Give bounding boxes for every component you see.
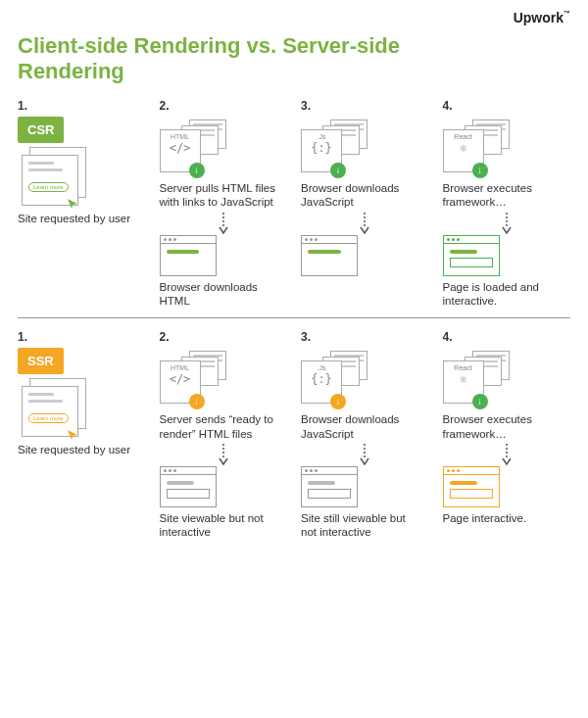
csr-step-3: 3. .Js {:} ↓ Browser downloads JavaScrip… <box>301 99 429 309</box>
code-glyph-icon: {:} <box>311 372 332 386</box>
csr-section: 1. CSR Learn more Site requested by user… <box>18 99 570 309</box>
cursor-icon <box>67 198 78 210</box>
step-number: 3. <box>301 330 311 344</box>
result-caption: Browser downloads HTML <box>160 280 277 309</box>
react-file-stack-icon: React ⚛ ↓ <box>443 120 510 174</box>
file-type-label: .Js <box>318 364 326 371</box>
learn-more-pill: Learn more <box>28 413 69 423</box>
step-caption: Server pulls HTML files with links to Ja… <box>160 181 277 210</box>
file-type-label: HTML <box>171 133 189 140</box>
result-caption: Page is loaded and interactive. <box>443 280 561 309</box>
ssr-step-2: 2. HTML </> ↓ Server sends “ready to ren… <box>160 330 288 540</box>
react-atom-icon: ⚛ <box>460 372 466 386</box>
document-request-icon: Learn more <box>18 147 94 208</box>
result-caption: Page interactive. <box>443 511 527 525</box>
document-request-icon: Learn more <box>18 378 94 439</box>
step-caption: Browser executes framework… <box>443 412 561 441</box>
step-caption: Browser executes framework… <box>443 181 561 210</box>
download-arrow-icon: ↓ <box>330 394 346 409</box>
file-type-label: HTML <box>171 364 189 371</box>
cursor-icon <box>67 429 78 441</box>
brand-logo: Upwork™ <box>514 10 570 25</box>
html-file-stack-icon: HTML </> ↓ <box>160 120 226 174</box>
browser-interactive-icon <box>443 466 500 507</box>
flow-arrow-icon <box>360 444 369 465</box>
flow-arrow-icon <box>502 444 512 465</box>
step-number: 2. <box>160 99 170 113</box>
browser-viewable-icon <box>301 466 358 507</box>
step-caption: Browser downloads JavaScript <box>301 181 418 210</box>
code-glyph-icon: {:} <box>311 141 332 155</box>
result-caption: Site viewable but not interactive <box>160 511 277 540</box>
step-caption: Site requested by user <box>18 212 130 225</box>
csr-badge: CSR <box>18 117 64 143</box>
download-arrow-icon: ↓ <box>189 163 205 178</box>
step-number: 4. <box>443 330 453 344</box>
code-glyph-icon: </> <box>170 141 191 155</box>
file-type-label: React <box>454 133 471 140</box>
ssr-step-1: 1. SSR Learn more Site requested by user <box>18 330 146 540</box>
flow-arrow-icon <box>219 444 228 465</box>
download-arrow-icon: ↓ <box>472 394 488 409</box>
ssr-step-3: 3. .Js {:} ↓ Browser downloads JavaScrip… <box>301 330 429 540</box>
ssr-section: 1. SSR Learn more Site requested by user… <box>18 330 570 540</box>
download-arrow-icon: ↓ <box>330 163 346 178</box>
download-arrow-icon: ↓ <box>189 394 205 409</box>
step-number: 3. <box>301 99 311 113</box>
download-arrow-icon: ↓ <box>472 163 488 178</box>
step-number: 1. <box>18 99 27 113</box>
ssr-badge: SSR <box>18 348 64 374</box>
result-caption: Site still viewable but not interactive <box>301 511 418 540</box>
react-file-stack-icon: React ⚛ ↓ <box>443 351 510 406</box>
page-title: Client-side Rendering vs. Server-side Re… <box>18 33 410 85</box>
flow-arrow-icon <box>219 213 228 234</box>
csr-step-4: 4. React ⚛ ↓ Browser executes framework… <box>443 99 571 309</box>
csr-step-1: 1. CSR Learn more Site requested by user <box>18 99 146 309</box>
step-caption: Site requested by user <box>18 443 130 456</box>
file-type-label: React <box>454 364 471 371</box>
browser-loading-icon <box>301 235 358 276</box>
step-number: 1. <box>18 330 27 344</box>
learn-more-pill: Learn more <box>28 182 69 192</box>
js-file-stack-icon: .Js {:} ↓ <box>301 120 368 174</box>
step-caption: Server sends “ready to render” HTML file… <box>160 412 277 441</box>
react-atom-icon: ⚛ <box>460 141 466 155</box>
browser-viewable-icon <box>160 466 217 507</box>
html-file-stack-icon: HTML </> ↓ <box>160 351 226 406</box>
csr-step-2: 2. HTML </> ↓ Server pulls HTML files wi… <box>160 99 288 309</box>
browser-loaded-icon <box>443 235 500 276</box>
flow-arrow-icon <box>360 213 369 234</box>
step-number: 4. <box>443 99 453 113</box>
ssr-step-4: 4. React ⚛ ↓ Browser executes framework… <box>443 330 571 540</box>
file-type-label: .Js <box>318 133 326 140</box>
flow-arrow-icon <box>502 213 512 234</box>
js-file-stack-icon: .Js {:} ↓ <box>301 351 368 406</box>
code-glyph-icon: </> <box>170 372 191 386</box>
section-divider <box>18 317 570 318</box>
step-number: 2. <box>160 330 170 344</box>
browser-loading-icon <box>160 235 217 276</box>
step-caption: Browser downloads JavaScript <box>301 412 418 441</box>
